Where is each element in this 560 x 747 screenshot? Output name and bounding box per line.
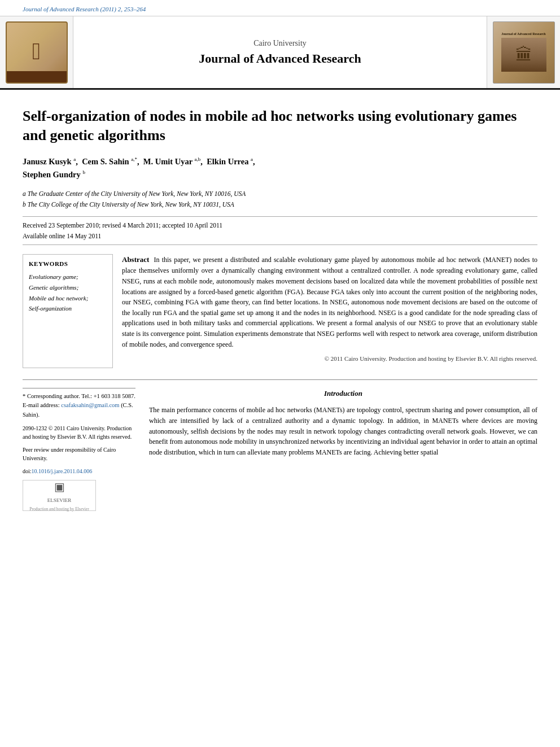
keyword-1: Evolutionary game; bbox=[29, 272, 107, 282]
peer-review-text: Peer review under responsibility of Cair… bbox=[23, 445, 135, 462]
journal-cover-image bbox=[493, 21, 555, 84]
elsevier-icon: ▣ bbox=[54, 478, 65, 496]
logo-left bbox=[0, 16, 73, 88]
article-content: Self-organization of nodes in mobile ad … bbox=[0, 90, 560, 522]
intro-title: Introduction bbox=[149, 388, 537, 399]
journal-name: Journal of Advanced Research bbox=[199, 51, 361, 66]
issn-block: 2090-1232 © 2011 Cairo University. Produ… bbox=[23, 424, 135, 441]
university-name: Cairo University bbox=[253, 39, 307, 48]
abstract-label: Abstract bbox=[122, 255, 149, 264]
elsevier-logo-block: ▣ ELSEVIER Production and hosting by Els… bbox=[23, 480, 96, 511]
corresponding-author: * Corresponding author. Tel.: +1 603 318… bbox=[23, 388, 135, 420]
keyword-4: Self-organization bbox=[29, 303, 107, 314]
dates-line1: Received 23 September 2010; revised 4 Ma… bbox=[23, 220, 537, 230]
author-sahin: Cem S. Sahin a,*, bbox=[82, 157, 141, 166]
doi-link[interactable]: 10.1016/j.jare.2011.04.006 bbox=[32, 468, 93, 474]
keyword-2: Genetic algorithms; bbox=[29, 282, 107, 293]
doi-block: doi:10.1016/j.jare.2011.04.006 bbox=[23, 467, 135, 475]
abstract-paragraph: Abstract In this paper, we present a dis… bbox=[122, 254, 537, 350]
journal-reference: Journal of Advanced Research (2011) 2, 2… bbox=[23, 6, 146, 12]
journal-title-block: Cairo University Journal of Advanced Res… bbox=[73, 16, 487, 88]
email-link[interactable]: csafaksahin@gmail.com bbox=[61, 402, 119, 408]
affiliations: a The Graduate Center of the City Univer… bbox=[23, 189, 537, 210]
keywords-box: KEYWORDS Evolutionary game; Genetic algo… bbox=[23, 254, 113, 368]
abstract-text: In this paper, we present a distributed … bbox=[122, 256, 537, 348]
corr-email-line: E-mail address: csafaksahin@gmail.com (C… bbox=[23, 401, 135, 420]
author-gundry: Stephen Gundry b bbox=[23, 170, 85, 179]
affiliation-b: b The City College of the City Universit… bbox=[23, 200, 537, 209]
left-column: * Corresponding author. Tel.: +1 603 318… bbox=[23, 388, 135, 511]
affiliation-a: a The Graduate Center of the City Univer… bbox=[23, 189, 537, 199]
authors-line: Janusz Kusyk a, Cem S. Sahin a,*, M. Umi… bbox=[23, 155, 537, 181]
abstract-block: Abstract In this paper, we present a dis… bbox=[122, 254, 537, 368]
journal-header: Cairo University Journal of Advanced Res… bbox=[0, 16, 560, 90]
page: Journal of Advanced Research (2011) 2, 2… bbox=[0, 0, 560, 747]
keywords-title: KEYWORDS bbox=[29, 260, 107, 267]
university-crest bbox=[6, 21, 68, 84]
section-divider bbox=[23, 379, 537, 380]
right-column: Introduction The main performance concer… bbox=[149, 388, 537, 511]
abstract-section: KEYWORDS Evolutionary game; Genetic algo… bbox=[23, 254, 537, 368]
author-urrea: Elkin Urrea a, bbox=[207, 157, 255, 166]
author-kusyk: Janusz Kusyk a, bbox=[23, 157, 80, 166]
corr-tel: * Corresponding author. Tel.: +1 603 318… bbox=[23, 392, 135, 401]
keyword-3: Mobile ad hoc network; bbox=[29, 293, 107, 304]
top-bar: Journal of Advanced Research (2011) 2, 2… bbox=[0, 0, 560, 16]
elsevier-brand: ELSEVIER bbox=[47, 497, 72, 505]
submission-dates: Received 23 September 2010; revised 4 Ma… bbox=[23, 216, 537, 245]
logo-right bbox=[487, 16, 560, 88]
author-uyar: M. Umit Uyar a,b, bbox=[143, 157, 205, 166]
keywords-list: Evolutionary game; Genetic algorithms; M… bbox=[29, 272, 107, 314]
dates-line2: Available online 14 May 2011 bbox=[23, 231, 537, 241]
article-title: Self-organization of nodes in mobile ad … bbox=[23, 107, 537, 145]
two-column-section: * Corresponding author. Tel.: +1 603 318… bbox=[23, 388, 537, 511]
elsevier-tagline: Production and hosting by Elsevier bbox=[29, 506, 89, 513]
abstract-copyright: © 2011 Cairo University. Production and … bbox=[122, 354, 537, 364]
email-label: E-mail address: bbox=[23, 402, 60, 408]
intro-paragraph1: The main performance concerns of mobile … bbox=[149, 405, 537, 457]
cover-thumbnail bbox=[501, 38, 546, 72]
